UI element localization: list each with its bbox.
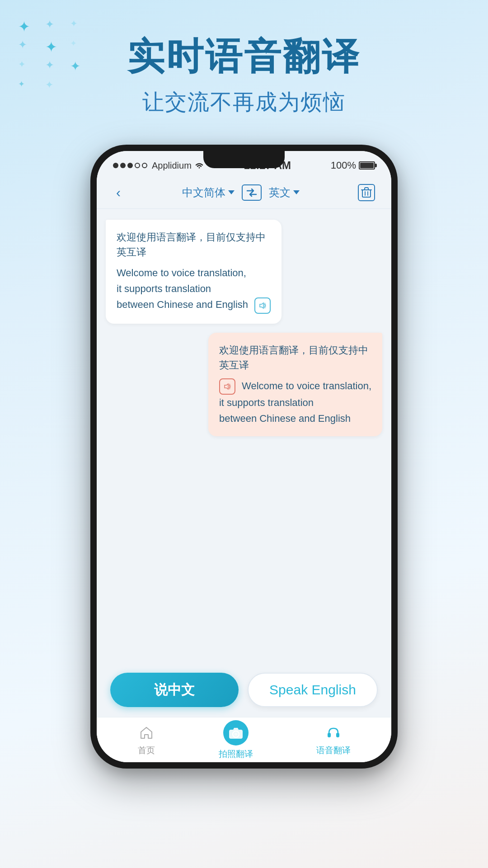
battery-percent: 100% bbox=[331, 160, 356, 171]
tab-photo-translate[interactable]: 拍照翻译 bbox=[219, 720, 253, 760]
speak-chinese-button[interactable]: 说中文 bbox=[110, 673, 239, 707]
trash-icon bbox=[361, 187, 372, 198]
target-language-selector[interactable]: 英文 bbox=[269, 185, 300, 200]
tab-voice-translate[interactable]: 语音翻译 bbox=[316, 724, 351, 756]
speaker-icon bbox=[259, 302, 266, 309]
msg-right-english: Welcome to voice translation,it supports… bbox=[219, 378, 371, 427]
chat-area: 欢迎使用语言翻译，目前仅支持中英互译 Welcome to voice tran… bbox=[97, 209, 391, 663]
message-bubble-right: 欢迎使用语言翻译，目前仅支持中英互译 Welcome to voice tran… bbox=[208, 333, 382, 437]
speaker-button-left[interactable] bbox=[254, 297, 271, 314]
home-icon bbox=[137, 724, 155, 742]
speak-english-label: Speak English bbox=[269, 682, 356, 698]
message-bubble-left: 欢迎使用语言翻译，目前仅支持中英互译 Welcome to voice tran… bbox=[106, 220, 282, 324]
tab-home[interactable]: 首页 bbox=[137, 724, 155, 756]
source-lang-label: 中文简体 bbox=[182, 185, 225, 200]
camera-icon bbox=[223, 720, 249, 745]
tab-bar: 首页 拍照翻译 bbox=[97, 717, 391, 762]
phone-notch bbox=[203, 151, 285, 168]
carrier-label: Applidium bbox=[152, 160, 192, 171]
swap-icon bbox=[246, 188, 257, 197]
speak-chinese-label: 说中文 bbox=[154, 681, 195, 699]
source-language-selector[interactable]: 中文简体 bbox=[182, 185, 235, 200]
speak-english-button[interactable]: Speak English bbox=[248, 673, 378, 707]
header-area: 实时语音翻译 让交流不再成为烦恼 bbox=[0, 0, 488, 135]
svg-rect-6 bbox=[328, 733, 331, 737]
headphone-icon bbox=[324, 724, 343, 742]
msg-right-chinese: 欢迎使用语言翻译，目前仅支持中英互译 bbox=[219, 343, 371, 373]
tab-home-label: 首页 bbox=[138, 745, 155, 756]
swap-languages-button[interactable] bbox=[242, 184, 262, 201]
svg-rect-7 bbox=[336, 733, 339, 737]
nav-bar: ‹ 中文简体 英文 bbox=[97, 176, 391, 209]
svg-point-5 bbox=[235, 732, 238, 736]
main-title: 实时语音翻译 bbox=[27, 36, 461, 77]
msg-left-english: Welcome to voice translation,it supports… bbox=[117, 265, 271, 314]
tab-voice-label: 语音翻译 bbox=[316, 745, 351, 756]
svg-rect-0 bbox=[362, 190, 371, 197]
battery-icon bbox=[359, 161, 375, 170]
phone-mockup: Applidium 11:27 AM 100% bbox=[90, 145, 398, 769]
tab-photo-label: 拍照翻译 bbox=[219, 748, 253, 760]
back-button[interactable]: ‹ bbox=[110, 184, 127, 201]
wifi-icon bbox=[194, 161, 204, 170]
bottom-buttons-area: 说中文 Speak English bbox=[97, 663, 391, 717]
source-lang-arrow bbox=[228, 190, 235, 194]
sub-title: 让交流不再成为烦恼 bbox=[27, 88, 461, 117]
target-lang-arrow bbox=[293, 190, 300, 194]
speaker-icon-right bbox=[224, 383, 231, 390]
target-lang-label: 英文 bbox=[269, 185, 291, 200]
speaker-button-right[interactable] bbox=[219, 378, 235, 395]
clear-history-button[interactable] bbox=[358, 184, 375, 201]
msg-left-chinese: 欢迎使用语言翻译，目前仅支持中英互译 bbox=[117, 230, 271, 259]
